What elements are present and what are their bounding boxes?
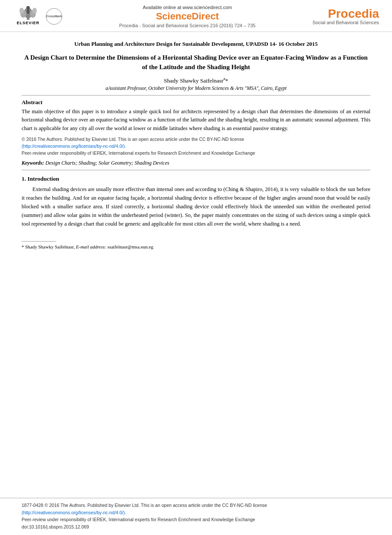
abstract-divider — [22, 170, 370, 170]
page: ELSEVIER CrossMark Available online at w… — [0, 0, 392, 535]
keywords-line: Keywords: Design Charts; Shading; Solar … — [22, 160, 370, 166]
title-divider — [22, 95, 370, 96]
header-logos: ELSEVIER CrossMark — [13, 4, 62, 28]
abstract-label: Abstract — [22, 99, 370, 106]
footnote-email: ssaifelnasr@msa.eun.eg — [108, 244, 153, 249]
footer-doi: doi:10.1016/j.sbspro.2015.12.069 — [22, 524, 89, 529]
elsevier-tree-icon — [17, 4, 39, 21]
footnote-area: * Shady Shawky Saifelnasr, E-mail addres… — [22, 241, 370, 249]
license-link[interactable]: (http://creativecommons.org/licenses/by-… — [22, 143, 126, 149]
author-affiliation: aAssistant Professor, October University… — [22, 86, 370, 91]
footer: 1877-0428 © 2016 The Authors. Published … — [0, 498, 392, 535]
footer-issn: 1877-0428 © 2016 The Authors. Published … — [22, 503, 267, 508]
keywords-label: Keywords: — [22, 160, 44, 166]
svg-point-4 — [19, 8, 24, 14]
crossmark-logo: CrossMark — [46, 8, 62, 25]
journal-name: Procedia - Social and Behavioral Science… — [119, 23, 256, 28]
license-peer-review: Peer-review under responsibility of IERE… — [22, 150, 255, 156]
footnote-author: * Shady Shawky Saifelnasr, — [22, 244, 75, 249]
footer-link[interactable]: (http://creativecommons.org/licenses/by-… — [22, 510, 126, 515]
footer-peer-review: Peer-review under responsibility of IERE… — [22, 517, 255, 522]
crossmark-label: CrossMark — [46, 15, 62, 18]
elsevier-label: ELSEVIER — [17, 21, 40, 25]
svg-point-6 — [26, 6, 30, 10]
svg-rect-7 — [27, 10, 29, 14]
procedia-title: Procedia — [328, 8, 379, 20]
footnote-divider — [22, 241, 56, 242]
footnote-text: * Shady Shawky Saifelnasr, E-mail addres… — [22, 244, 370, 249]
conference-title: Urban Planning and Architecture Design f… — [22, 40, 370, 48]
author-name-text: Shady Shawky Saifelnasr — [164, 77, 223, 83]
license-line1: © 2016 The Authors. Published by Elsevie… — [22, 137, 244, 142]
abstract-text: The main objective of this paper is to i… — [22, 108, 370, 133]
elsevier-logo: ELSEVIER — [13, 4, 43, 28]
content: Urban Planning and Architecture Design f… — [0, 32, 392, 498]
header-center: Available online at www.sciencedirect.co… — [67, 5, 308, 28]
section1-text: External shading devices are usually mor… — [22, 185, 370, 228]
header: ELSEVIER CrossMark Available online at w… — [0, 0, 392, 32]
footnote-email-label: E-mail address: — [76, 244, 106, 249]
sciencedirect-title: ScienceDirect — [156, 11, 219, 22]
header-right: Procedia Social and Behavioral Sciences — [312, 8, 379, 25]
paper-title: A Design Chart to Determine the Dimensio… — [22, 53, 370, 72]
author-name: Shady Shawky Saifelnasra* — [22, 76, 370, 84]
keywords-text: Design Charts; Shading; Solar Geometry; … — [45, 160, 169, 166]
available-online-text: Available online at www.sciencedirect.co… — [143, 5, 232, 10]
svg-point-5 — [32, 8, 37, 14]
section1-heading: 1. Introduction — [22, 175, 370, 182]
license-block: © 2016 The Authors. Published by Elsevie… — [22, 136, 370, 156]
procedia-subtitle: Social and Behavioral Sciences — [312, 20, 379, 25]
author-star: * — [225, 77, 228, 83]
